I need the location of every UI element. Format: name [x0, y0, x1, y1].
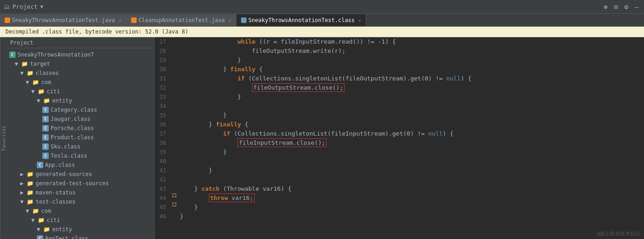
code-line-43: 43 } catch (Throwable var16) { [155, 184, 644, 193]
line-content-45: } [178, 203, 644, 212]
generated-sources-label: generated-sources [35, 171, 92, 177]
test-classes-label: test-classes [35, 199, 75, 205]
category-file-icon: C [42, 107, 49, 113]
tree-jaugar-class[interactable]: C Jaugar.class [7, 114, 154, 124]
apptest-file-icon: C [37, 235, 43, 239]
sync-icon[interactable]: ⊟ [612, 2, 620, 11]
tree-apptest-class[interactable]: C AppTest.class [7, 234, 154, 239]
line-num-40: 40 [155, 157, 171, 166]
line-content-30: } finally { [178, 65, 644, 74]
sneaky-root-label: SneakyThrowsAnnotationT [17, 51, 94, 58]
tree-test-classes[interactable]: ▼ 📁 test-classes [7, 197, 154, 206]
sku-class-label: Sku.class [51, 143, 80, 150]
tab-sneaky-java[interactable]: SneakyThrowsAnnotationTest.java ✕ [0, 14, 126, 26]
sneaky-file-icon: C [9, 51, 16, 58]
line-content-34 [178, 102, 644, 111]
jaugar-class-label: Jaugar.class [51, 116, 91, 122]
code-editor[interactable]: 27 while ((r = fileInputStream.read()) !… [155, 37, 644, 239]
code-line-37: 37 if (Collections.singletonList(fileInp… [155, 129, 644, 138]
line-num-39: 39 [155, 148, 171, 157]
tesla-file-icon: C [42, 153, 49, 159]
line-num-38: 38 [155, 138, 171, 148]
line-num-28: 28 [155, 46, 171, 56]
line-num-35: 35 [155, 111, 171, 120]
tree-generated-sources[interactable]: ▶ 📁 generated-sources [7, 170, 154, 179]
favorites-side-label: Favorites [0, 37, 7, 239]
code-line-33: 33 } [155, 92, 644, 102]
code-line-40: 40 [155, 157, 644, 166]
tree-sku-class[interactable]: C Sku.class [7, 142, 154, 151]
tab-sneaky-class[interactable]: SneakyThrowsAnnotationTest.class ✕ [236, 14, 366, 26]
tree-porsche-class[interactable]: C Porsche.class [7, 124, 154, 133]
porsche-class-label: Porsche.class [51, 125, 94, 131]
class-file-icon [241, 17, 247, 23]
tree-entity-test[interactable]: ▼ 📁 entity [7, 225, 154, 234]
porsche-file-icon: C [42, 125, 49, 131]
main-content: Favorites Project C SneakyThrowsAnnotati… [0, 37, 644, 239]
line-content-40 [178, 157, 644, 166]
project-label[interactable]: Project [12, 3, 38, 10]
tab-sneaky-class-close[interactable]: ✕ [358, 18, 361, 23]
folder-icon-com: ▼ 📁 [26, 79, 39, 85]
tree-classes[interactable]: ▼ 📁 classes [7, 68, 154, 78]
tab-cleanup-java-close[interactable]: ✕ [229, 18, 231, 23]
classes-label: classes [35, 70, 59, 76]
line-content-38: fileInputStream.close(); [178, 138, 644, 148]
new-window-icon[interactable]: ⊕ [602, 2, 609, 11]
gutter-dot-44 [172, 193, 176, 197]
folder-icon-generated-sources: ▶ 📁 [20, 171, 34, 177]
line-num-34: 34 [155, 102, 171, 111]
project-icon: 🗂 [4, 3, 10, 10]
tree-app-class[interactable]: C App.class [7, 160, 154, 170]
folder-icon-com-test: ▼ 📁 [26, 208, 39, 214]
tree-citi-test[interactable]: ▼ 📁 citi [7, 216, 154, 225]
line-num-45: 45 [155, 203, 171, 212]
settings-icon[interactable]: ⚙ [622, 2, 630, 11]
folder-icon-test-classes: ▼ 📁 [20, 199, 34, 205]
com-label: com [41, 79, 51, 85]
tree-citi[interactable]: ▼ 📁 citi [7, 87, 154, 96]
citi-label: citi [46, 88, 60, 95]
folder-icon-citi: ▼ 📁 [31, 88, 45, 95]
tree-entity[interactable]: ▼ 📁 entity [7, 96, 154, 105]
line-num-41: 41 [155, 166, 171, 175]
line-content-28: fileOutputStream.write(r); [178, 46, 644, 56]
entity-test-label: entity [52, 226, 72, 233]
line-content-39: } [178, 148, 644, 157]
minimize-icon[interactable]: — [633, 2, 640, 11]
tree-generated-test-sources[interactable]: ▶ 📁 generated-test-sources [7, 179, 154, 188]
line-num-29: 29 [155, 56, 171, 65]
target-label: target [30, 61, 50, 67]
line-content-27: while ((r = fileInputStream.read()) != -… [178, 37, 644, 46]
tree-category-class[interactable]: C Category.class [7, 105, 154, 114]
line-content-33: } [178, 92, 644, 102]
info-bar-text: Decompiled .class file, bytecode version… [6, 28, 188, 35]
code-line-41: 41 } [155, 166, 644, 175]
tree-product-class[interactable]: C Product.class [7, 133, 154, 142]
info-bar: Decompiled .class file, bytecode version… [0, 27, 644, 37]
tab-cleanup-java[interactable]: CleanupAnnotationTest.java ✕ [126, 14, 236, 26]
sku-file-icon: C [42, 143, 49, 150]
tree-com-test[interactable]: ▼ 📁 com [7, 206, 154, 216]
code-line-45: 45 } [155, 203, 644, 212]
tree-tesla-class[interactable]: C Tesla.class [7, 151, 154, 160]
line-content-44: throw var16; [178, 193, 644, 203]
tree-maven-status[interactable]: ▶ 📁 maven-status [7, 188, 154, 197]
app-file-icon: C [37, 162, 43, 168]
line-num-42: 42 [155, 175, 171, 184]
apptest-class-label: AppTest.class [45, 235, 88, 239]
project-dropdown-icon[interactable]: ▼ [40, 4, 43, 9]
tab-sneaky-java-close[interactable]: ✕ [119, 18, 121, 23]
code-line-35: 35 } [155, 111, 644, 120]
folder-icon-entity: ▼ 📁 [37, 97, 50, 104]
jaugar-file-icon: C [42, 116, 49, 122]
top-bar-icons: ⊕ ⊟ ⚙ — [602, 2, 640, 11]
gutter-44 [171, 193, 178, 197]
tree-target[interactable]: ▼ 📁 target [7, 59, 154, 68]
tree-com[interactable]: ▼ 📁 com [7, 78, 154, 87]
code-line-38: 38 fileInputStream.close(); [155, 138, 644, 148]
code-line-31: 31 if (Collections.singletonList(fileOut… [155, 74, 644, 83]
tree-sneaky-root[interactable]: C SneakyThrowsAnnotationT [7, 50, 154, 59]
sidebar-project-label: Project [10, 40, 34, 46]
line-content-29: } [178, 56, 644, 65]
